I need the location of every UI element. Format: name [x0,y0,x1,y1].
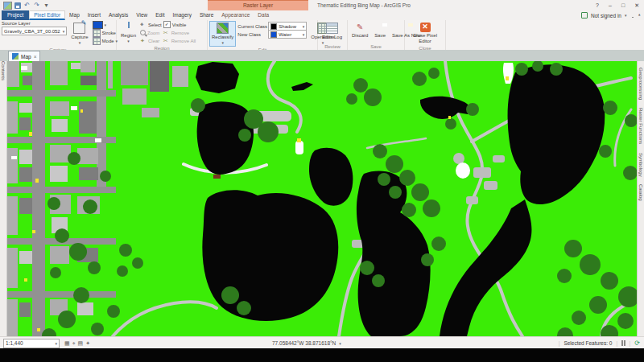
classified-raster-map [0,61,644,336]
refresh-icon[interactable]: ⟳ [634,339,640,347]
statusbar-layers-icon[interactable]: ▤ [78,340,84,347]
map-view-icon [12,53,19,60]
save-button[interactable]: Save [372,21,388,40]
stroke-icon [93,29,101,37]
source-layer-combobox[interactable]: Gravelly_CBA_3T_00.052 ▾ [2,27,67,35]
group-label-save: Save [349,43,402,50]
source-layer-caret-icon: ▾ [60,29,65,34]
discard-icon: ✎ [355,23,365,32]
ribbon-group-region: Region ▾ ⌖ Select Zoom ✦ Clear [117,20,208,50]
notifications-bell-icon[interactable] [630,12,635,19]
redo-icon[interactable]: ↷ [33,2,40,9]
new-class-combobox[interactable]: Water ▾ [268,30,307,39]
tab-insert[interactable]: Insert [84,10,105,20]
checkbox-checked-icon: ✓ [163,21,171,28]
status-bar: 1:1,440 ▾ ▦ ⌖ ▤ ✦ 77.058442°W 38.871618°… [0,336,644,349]
tab-imagery[interactable]: Imagery [168,10,195,20]
capture-icon [73,23,85,34]
signin-status[interactable]: Not signed in [591,13,621,19]
statusbar-grid-icon[interactable]: ▦ [64,340,70,347]
select-cursor-icon: ⌖ [140,22,147,28]
map-coordinates[interactable]: 77.058442°W 38.871618°N ▾ [272,340,341,346]
tab-edit[interactable]: Edit [151,10,168,20]
source-layer-value: Gravelly_CBA_3T_00.052 [4,29,60,34]
ribbon: Source Layer Gravelly_CBA_3T_00.052 ▾ Ca… [0,20,644,51]
close-pixel-editor-button[interactable]: ✕ Close Pixel Editor [409,21,441,45]
edits-log-icon [326,23,338,34]
region-icon [128,22,130,28]
stroke-button[interactable]: Stroke [93,29,118,36]
reclassify-button[interactable]: Reclassify ▾ [209,21,236,47]
qat-customize-caret-icon[interactable]: ▾ [43,2,50,9]
coordinates-value: 77.058442°W 38.871618°N [272,340,336,346]
discard-button[interactable]: ✎ Discard [349,21,370,40]
scale-caret-icon: ▾ [55,341,57,346]
brush-color-picker[interactable]: ▾ [93,21,118,28]
selected-features-count[interactable]: Selected Features: 0 [564,340,612,346]
window-title: Thematic Editing Bing Map - ArcGIS Pro [317,0,411,10]
region-remove-button[interactable]: ✂ Remove [163,29,196,36]
capture-button[interactable]: Capture ▾ [68,21,90,47]
tab-pixel-editor[interactable]: Pixel Editor [29,10,65,20]
close-map-view-icon[interactable]: × [34,54,37,60]
tab-view[interactable]: View [132,10,151,20]
pane-tab-raster-functions[interactable]: Raster Functions [638,108,643,144]
close-button[interactable]: ✕ [634,0,639,10]
signin-status-icon [581,12,588,19]
tab-appearance[interactable]: Appearance [217,10,254,20]
statusbar-target-icon[interactable]: ⌖ [72,340,76,347]
statusbar-spark-icon[interactable]: ✦ [85,340,90,347]
ribbon-group-edit: Reclassify ▾ Current Class Shadow ▾ New … [208,20,318,50]
current-class-label: Current Class [237,24,266,29]
pane-tab-symbology[interactable]: Symbology [638,153,643,177]
tab-project[interactable]: Project [2,10,29,20]
view-tab-strip: Map × [0,50,644,62]
mode-icon [93,37,101,45]
map-canvas[interactable] [0,61,644,336]
save-project-icon[interactable] [14,2,21,9]
region-select-button[interactable]: ⌖ Select [140,21,162,28]
new-class-swatch-icon [270,31,277,38]
right-collapsed-pane-strip: Geoprocessing Raster Functions Symbology… [637,61,644,336]
close-pixel-editor-icon: ✕ [420,23,431,32]
restore-button[interactable]: □ [621,0,625,10]
remove-all-icon: ✂ [163,38,170,44]
region-remove-all-button[interactable]: ✂ Remove All [163,37,196,44]
taskbar [0,348,644,362]
window-controls: ? – □ ✕ [596,0,639,10]
tab-data[interactable]: Data [254,10,273,20]
pause-drawing-icon[interactable] [621,340,625,346]
account-area: Not signed in ▾ ▾ [581,10,641,20]
contextual-tab-group-raster-layer: Raster Layer [208,0,308,11]
brush-color-swatch-icon [93,21,103,29]
group-label-review: Review [320,43,345,50]
reclassify-icon [217,23,229,34]
undo-icon[interactable]: ↶ [23,2,31,9]
collapse-ribbon-icon[interactable]: ▾ [638,13,641,18]
remove-icon: ✂ [163,30,170,36]
zoom-magnifier-icon [140,30,146,35]
tab-analysis[interactable]: Analysis [105,10,132,20]
region-visible-checkbox[interactable]: ✓ Visible [163,21,196,28]
current-class-swatch-icon [270,23,277,30]
minimize-button[interactable]: – [609,0,612,10]
quick-access-toolbar: ↶ ↷ ▾ [3,1,50,10]
map-scale-value: 1:1,440 [6,340,23,346]
tab-share[interactable]: Share [196,10,217,20]
help-button[interactable]: ? [596,0,599,10]
title-bar: ↶ ↷ ▾ Raster Layer Thematic Editing Bing… [0,0,644,10]
map-scale-select[interactable]: 1:1,440 ▾ [3,339,60,348]
clear-icon: ✦ [140,38,147,44]
region-zoom-button[interactable]: Zoom [140,29,162,36]
coordinates-caret-icon: ▾ [339,341,341,346]
pane-tab-geoprocessing[interactable]: Geoprocessing [638,68,643,100]
map-view-tab-label: Map [21,54,31,60]
signin-caret-icon[interactable]: ▾ [625,13,627,18]
pane-tab-contents[interactable]: Contents [1,61,6,336]
pane-tab-catalog[interactable]: Catalog [638,184,643,201]
region-button[interactable]: Region ▾ [118,21,138,45]
region-clear-button[interactable]: ✦ Clear [140,37,162,44]
mode-button[interactable]: Mode ▾ [93,37,118,44]
map-view-tab[interactable]: Map × [8,51,40,61]
left-collapsed-pane-strip: Contents [0,61,7,336]
